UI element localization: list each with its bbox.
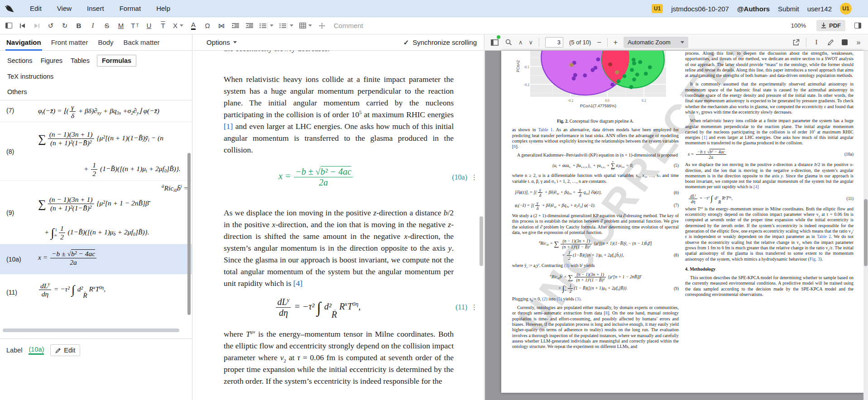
- tab-back-matter[interactable]: Back matter: [124, 34, 160, 51]
- pdf-equation-7: φt(−z̄) = [(γδ + βδ)∂xy + βq3x + σ2∂y] φ…: [512, 200, 679, 211]
- options-dropdown[interactable]: Options: [206, 38, 237, 46]
- underline-button[interactable]: U: [145, 20, 153, 31]
- page-up-button[interactable]: ∧: [518, 39, 523, 46]
- zoom-out-button[interactable]: −: [597, 38, 601, 47]
- text-size-button[interactable]: TT: [131, 20, 139, 31]
- kebab-menu-icon[interactable]: ⋮: [471, 303, 478, 311]
- move-button[interactable]: [318, 20, 326, 31]
- scrollbar-thumb[interactable]: [864, 199, 868, 266]
- pdf-page: UNCORRECTED: [501, 51, 863, 393]
- pdf-paragraph: It is commonly assumed that the experime…: [685, 81, 854, 115]
- undo-button[interactable]: ↺: [47, 20, 55, 31]
- skip-next-button[interactable]: [33, 20, 41, 31]
- chevron-down-icon: [270, 24, 273, 27]
- open-external-button[interactable]: [792, 37, 800, 48]
- bold-button[interactable]: B: [75, 20, 83, 31]
- menu-edit[interactable]: Edit: [30, 5, 42, 12]
- tab-front-matter[interactable]: Front matter: [51, 34, 88, 51]
- indent-increase-button[interactable]: [245, 20, 254, 31]
- numbered-list-button[interactable]: [279, 20, 293, 31]
- horizontal-scrollbar[interactable]: [3, 329, 179, 332]
- pcoa-plot: [530, 51, 666, 97]
- y-axis-label: PCoA2: [515, 60, 521, 72]
- menu-format[interactable]: Format: [120, 5, 141, 12]
- pdf-paragraph: When relativistic heavy ions collide at …: [685, 118, 854, 146]
- menu-insert[interactable]: Insert: [87, 5, 104, 12]
- toggle-panel-button[interactable]: [5, 20, 13, 31]
- menu-view[interactable]: View: [57, 5, 72, 12]
- pdf-paragraph: Currently, ontologies are populated eith…: [512, 305, 679, 349]
- pdf-paragraph: where Tμν is the energy–momentum tensor …: [685, 206, 854, 262]
- numbered-list-icon: [279, 23, 286, 29]
- tab-body[interactable]: Body: [98, 34, 113, 51]
- insert-table-button[interactable]: [299, 20, 312, 31]
- edit-label-button[interactable]: Edit: [50, 344, 80, 356]
- variable-button[interactable]: X: [173, 20, 183, 31]
- scrollbar-thumb[interactable]: [480, 216, 483, 266]
- pdf-sidebar-toggle-button[interactable]: [490, 37, 499, 48]
- special-char-button[interactable]: Ω: [203, 20, 211, 31]
- pdf-toolbar: ∧ ∨ (5 of 10) − + Automatic Zoom I »: [485, 34, 868, 51]
- chip-others[interactable]: Others: [6, 86, 186, 97]
- scrollbar-thumb[interactable]: [187, 153, 191, 315]
- sidebar-scrollbar[interactable]: [187, 99, 191, 334]
- stamp-tool-button[interactable]: [840, 37, 849, 48]
- mark-button[interactable]: M: [117, 20, 125, 31]
- formula-row-11[interactable]: (11) dLydη = −τ² ∫ d²→R RxT0η,: [0, 274, 192, 310]
- formula-row-10a[interactable]: (10a) x = −b ± √b² − 4ac2a: [0, 244, 192, 274]
- formula-row-9[interactable]: (9) ᾱRici0b̄i = ∑(n − 1)(3n + 1)(n + 1)²…: [0, 181, 192, 244]
- draw-tool-button[interactable]: [826, 37, 834, 48]
- paragraph: When relativistic heavy ions collide at …: [224, 73, 454, 156]
- italic-button[interactable]: I: [89, 20, 97, 31]
- layout-toggle-button[interactable]: [854, 20, 862, 31]
- app-logo-bird-icon: [4, 3, 15, 14]
- chip-sections[interactable]: Sections: [6, 55, 34, 66]
- editor-scrollbar[interactable]: [480, 51, 483, 400]
- pdf-scrollbar[interactable]: [863, 51, 868, 400]
- submit-button[interactable]: Submit: [778, 5, 799, 13]
- redo-button[interactable]: ↻: [61, 20, 69, 31]
- page-number-input[interactable]: [545, 37, 563, 48]
- indent-decrease-button[interactable]: [231, 20, 240, 31]
- editor-content[interactable]: the eccentricity slowly decreases. When …: [193, 51, 478, 400]
- toolbar-overflow-button[interactable]: »: [854, 37, 863, 48]
- chip-figures[interactable]: Figures: [40, 55, 63, 66]
- user-avatar[interactable]: U1: [840, 3, 852, 14]
- chip-tex-instructions[interactable]: TeX instructions: [6, 71, 54, 82]
- clear-format-button[interactable]: T: [159, 20, 167, 31]
- equation-10a[interactable]: x = −b ± √b² − 4ac2a: [278, 167, 354, 188]
- equation-block-11[interactable]: dLydη = −τ² ∫ d²→R RxT0η, (11) ⋮: [224, 296, 478, 318]
- clipped-line: the eccentricity slowly decreases.: [224, 51, 454, 56]
- chevron-down-icon: [308, 24, 312, 27]
- pdf-search-button[interactable]: [504, 37, 513, 48]
- skip-previous-button[interactable]: [19, 20, 27, 31]
- menu-help[interactable]: Help: [156, 5, 170, 12]
- math-button[interactable]: ⋈: [217, 20, 225, 31]
- figure-2: -0.1 -0.2 -0.2 0.0 0.2 PCoA1(7.477595%) …: [512, 51, 679, 117]
- font-color-button[interactable]: A: [189, 20, 197, 31]
- chip-formulas[interactable]: Formulas: [97, 55, 136, 67]
- synchronize-scrolling-checkbox[interactable]: ✓ Synchronize scrolling: [403, 38, 477, 47]
- app-window: Edit View Insert Format Help U1 jstmdocs…: [0, 0, 868, 400]
- bullet-list-button[interactable]: [259, 20, 273, 31]
- editor-zoom-dropdown[interactable]: 100%: [791, 22, 808, 29]
- text-select-tool-button[interactable]: I: [812, 37, 820, 48]
- strikethrough-button[interactable]: S: [103, 20, 111, 31]
- pdf-zoom-select[interactable]: Automatic Zoom: [623, 37, 688, 48]
- zoom-in-button[interactable]: +: [614, 38, 618, 47]
- formula-row-7[interactable]: (7) φt(−z̄) = ⌊(γδ + βδ)∂xy + βq3x +σ2∂y…: [0, 99, 192, 122]
- x-axis-label: PCoA1(7.477595%): [530, 103, 666, 109]
- layout-icon: [854, 23, 861, 29]
- page-down-button[interactable]: ∨: [529, 39, 533, 46]
- authors-button[interactable]: @Authors: [737, 5, 770, 13]
- formula-row-8[interactable]: (8) ∑(n − 1)(3n + 1)(n + 1)²(1−B̄)² {μ²[…: [0, 122, 192, 181]
- skip-next-icon: [34, 23, 40, 29]
- equation-block-10a[interactable]: x = −b ± √b² − 4ac2a (10a) ⋮: [224, 167, 478, 188]
- chip-tables[interactable]: Tables: [70, 55, 91, 66]
- equation-11[interactable]: dLydη = −τ² ∫ d²→R RxT0η,: [275, 296, 360, 318]
- tab-navigation[interactable]: Navigation: [6, 34, 41, 51]
- comment-label[interactable]: Comment: [334, 22, 363, 29]
- download-pdf-button[interactable]: PDF: [816, 20, 845, 31]
- kebab-menu-icon[interactable]: ⋮: [471, 173, 478, 181]
- chevron-down-icon: [233, 41, 237, 43]
